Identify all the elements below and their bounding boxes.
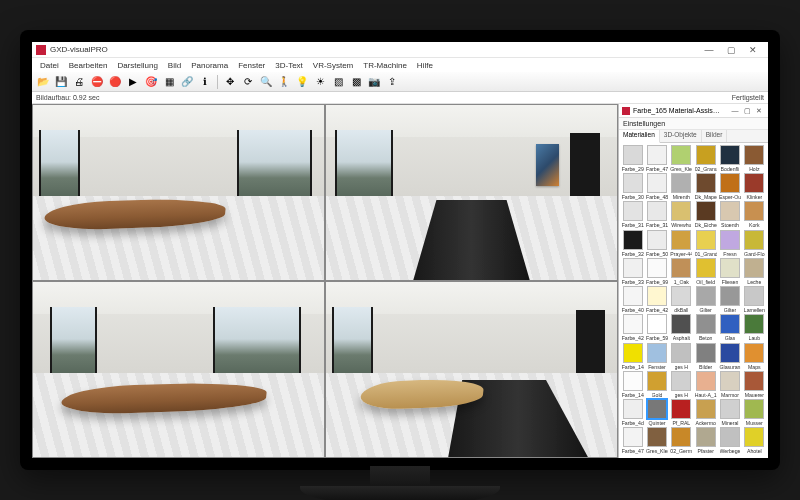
material-swatch[interactable]: Gold bbox=[645, 371, 668, 398]
stop-icon[interactable]: ⛔ bbox=[89, 74, 105, 90]
scene-icon[interactable]: ▦ bbox=[161, 74, 177, 90]
material-swatch[interactable]: Farbe_42 bbox=[621, 314, 644, 341]
material-swatch[interactable]: Maps bbox=[743, 343, 766, 370]
material-swatch[interactable]: Gilter bbox=[718, 286, 741, 313]
menu-vr-system[interactable]: VR-System bbox=[308, 60, 358, 71]
viewport-top-right[interactable] bbox=[326, 105, 617, 280]
material-swatch[interactable]: Farbe_42 bbox=[645, 286, 668, 313]
viewport-bottom-right[interactable] bbox=[326, 282, 617, 457]
material-swatch[interactable]: Farbe_29 bbox=[621, 145, 644, 172]
material-swatch[interactable]: Farbe_144 bbox=[621, 343, 644, 370]
material-swatch[interactable]: Gres_Kles bbox=[645, 427, 668, 454]
menu-datei[interactable]: Datei bbox=[35, 60, 64, 71]
material-swatch[interactable]: Pfaster bbox=[694, 427, 717, 454]
material-swatch[interactable]: Dk_Mape bbox=[694, 173, 717, 200]
panel-maximize-button[interactable]: ▢ bbox=[741, 106, 753, 116]
material-swatch[interactable]: Farbe_31 bbox=[645, 201, 668, 228]
material-swatch[interactable]: Stoenth bbox=[718, 201, 741, 228]
material-swatch[interactable]: Farbe_32 bbox=[621, 230, 644, 257]
material-swatch[interactable]: Fresn bbox=[718, 230, 741, 257]
material-swatch[interactable]: Farbe_144 bbox=[621, 371, 644, 398]
material-swatch[interactable]: Marmor bbox=[718, 371, 741, 398]
material-swatch[interactable]: Gilter bbox=[694, 286, 717, 313]
material-swatch[interactable]: Farbe_48 bbox=[645, 173, 668, 200]
material-swatch[interactable]: Mirenth bbox=[670, 173, 693, 200]
material-swatch[interactable]: 1_Oak bbox=[670, 258, 693, 285]
viewport-top-left[interactable] bbox=[33, 105, 324, 280]
render-icon[interactable]: 🎯 bbox=[143, 74, 159, 90]
viewport-bottom-left[interactable] bbox=[33, 282, 324, 457]
share-icon[interactable]: 🔗 bbox=[179, 74, 195, 90]
light-icon[interactable]: 💡 bbox=[294, 74, 310, 90]
panel-tab-1[interactable]: 3D-Objekte bbox=[660, 130, 702, 142]
close-button[interactable]: ✕ bbox=[742, 43, 764, 57]
material-swatch[interactable]: 02_Germa bbox=[670, 427, 693, 454]
material-swatch[interactable]: Gres_Kles bbox=[670, 145, 693, 172]
material-swatch[interactable]: Farbe_47 bbox=[621, 427, 644, 454]
material-swatch[interactable]: ges H bbox=[670, 371, 693, 398]
material-swatch[interactable]: Gard-Flo bbox=[743, 230, 766, 257]
material-swatch[interactable]: Bilder bbox=[694, 343, 717, 370]
texture-icon[interactable]: ▩ bbox=[348, 74, 364, 90]
material-swatch[interactable]: Kork bbox=[743, 201, 766, 228]
panel-tab-0[interactable]: Materialien bbox=[619, 130, 660, 143]
material-icon[interactable]: ▧ bbox=[330, 74, 346, 90]
material-swatch[interactable]: Holz bbox=[743, 145, 766, 172]
info-icon[interactable]: ℹ bbox=[197, 74, 213, 90]
open-icon[interactable]: 📂 bbox=[35, 74, 51, 90]
material-swatch[interactable]: Farbe_30 bbox=[621, 173, 644, 200]
material-swatch[interactable]: Oil_field bbox=[694, 258, 717, 285]
material-swatch[interactable]: Ackermo bbox=[694, 399, 717, 426]
material-swatch[interactable]: Farbe_339 bbox=[621, 258, 644, 285]
material-swatch[interactable]: Prayer-44 bbox=[670, 230, 693, 257]
material-swatch[interactable]: Farbe_40 bbox=[621, 286, 644, 313]
material-swatch[interactable]: Glas bbox=[718, 314, 741, 341]
minimize-button[interactable]: — bbox=[698, 43, 720, 57]
rotate-icon[interactable]: ⟳ bbox=[240, 74, 256, 90]
material-swatch[interactable]: Mauerer bbox=[743, 371, 766, 398]
menu-bearbeiten[interactable]: Bearbeiten bbox=[64, 60, 113, 71]
material-swatch[interactable]: dkBall bbox=[670, 286, 693, 313]
material-swatch[interactable]: Fenster bbox=[645, 343, 668, 370]
material-swatch[interactable]: Quinter bbox=[645, 399, 668, 426]
material-swatch[interactable]: Farbe_50 bbox=[645, 230, 668, 257]
material-swatch[interactable]: Farbe_4d bbox=[621, 399, 644, 426]
material-swatch[interactable]: Glasuran bbox=[718, 343, 741, 370]
menu-bild[interactable]: Bild bbox=[163, 60, 186, 71]
menu-tr-machine[interactable]: TR-Machine bbox=[358, 60, 412, 71]
material-swatch[interactable]: Laub bbox=[743, 314, 766, 341]
play-icon[interactable]: ▶ bbox=[125, 74, 141, 90]
material-swatch[interactable]: 02_Granu bbox=[694, 145, 717, 172]
menu-3d-text[interactable]: 3D-Text bbox=[270, 60, 308, 71]
menu-hilfe[interactable]: Hilfe bbox=[412, 60, 438, 71]
record-icon[interactable]: 🔴 bbox=[107, 74, 123, 90]
material-swatch[interactable]: Haut-A_1 bbox=[694, 371, 717, 398]
menu-fenster[interactable]: Fenster bbox=[233, 60, 270, 71]
material-swatch[interactable]: 01_Grand bbox=[694, 230, 717, 257]
material-swatch[interactable]: Farbe_31 bbox=[621, 201, 644, 228]
material-swatch[interactable]: Esper-Ou bbox=[718, 173, 741, 200]
material-swatch[interactable]: Bodenfli bbox=[718, 145, 741, 172]
material-swatch[interactable]: Farbe_59 bbox=[645, 314, 668, 341]
print-icon[interactable]: 🖨 bbox=[71, 74, 87, 90]
panel-close-button[interactable]: ✕ bbox=[753, 106, 765, 116]
walk-icon[interactable]: 🚶 bbox=[276, 74, 292, 90]
pan-icon[interactable]: ✥ bbox=[222, 74, 238, 90]
maximize-button[interactable]: ▢ bbox=[720, 43, 742, 57]
camera-icon[interactable]: 📷 bbox=[366, 74, 382, 90]
material-swatch[interactable]: Klinker bbox=[743, 173, 766, 200]
material-swatch[interactable]: Farbe_47 bbox=[645, 145, 668, 172]
material-swatch[interactable]: Asphalt bbox=[670, 314, 693, 341]
menu-darstellung[interactable]: Darstellung bbox=[112, 60, 162, 71]
panel-minimize-button[interactable]: — bbox=[729, 106, 741, 116]
panel-tab-2[interactable]: Bilder bbox=[702, 130, 728, 142]
material-swatch[interactable]: Werbege bbox=[718, 427, 741, 454]
sun-icon[interactable]: ☀ bbox=[312, 74, 328, 90]
material-swatch[interactable]: ges H bbox=[670, 343, 693, 370]
material-swatch[interactable]: Farbe_99 bbox=[645, 258, 668, 285]
export-icon[interactable]: ⇪ bbox=[384, 74, 400, 90]
material-swatch[interactable]: Wirewhu bbox=[670, 201, 693, 228]
zoom-icon[interactable]: 🔍 bbox=[258, 74, 274, 90]
material-swatch[interactable]: Mineral bbox=[718, 399, 741, 426]
save-icon[interactable]: 💾 bbox=[53, 74, 69, 90]
